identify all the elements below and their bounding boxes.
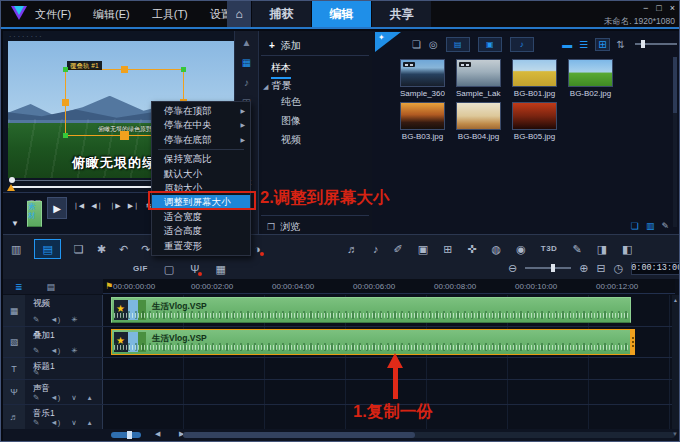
audio-category-icon[interactable]: ♪ <box>244 77 249 88</box>
play-button[interactable]: ▶ <box>47 197 67 219</box>
menu-item-4[interactable]: 默认大小 <box>152 167 250 181</box>
menu-item-8[interactable]: 适合高度 <box>152 224 250 238</box>
list-view-icon[interactable]: ▬ <box>562 39 572 50</box>
media-thumbnail[interactable] <box>400 102 445 130</box>
title-3d-icon[interactable]: T3D <box>541 241 558 257</box>
subtitle-editor-icon[interactable]: ▣ <box>418 241 428 257</box>
scroll-up-icon[interactable]: ▲ <box>242 37 252 48</box>
menu-item-1[interactable]: 编辑(E) <box>93 7 130 22</box>
timeline-clip[interactable]: ★生活Vlog.VSP <box>111 297 631 323</box>
import-disc-icon[interactable]: ◎ <box>429 39 438 50</box>
track-control-icon[interactable]: ◄) <box>50 418 60 427</box>
menu-item-9[interactable]: 重置变形 <box>152 239 250 253</box>
timeline-hscrollbar[interactable] <box>183 432 675 438</box>
track-control-icon[interactable]: ▴ <box>88 393 92 402</box>
media-category-icon[interactable]: ▦ <box>242 57 251 68</box>
minimize-button[interactable]: − <box>643 3 648 13</box>
adjustment-icon[interactable]: ◧ <box>622 241 632 257</box>
timeline-ruler[interactable]: ⚑ 00:00:00:0000:00:02:0000:00:04:0000:00… <box>103 279 675 294</box>
preview-float-icon[interactable]: ▼ <box>11 219 19 228</box>
track-control-icon[interactable]: ✳ <box>71 315 77 324</box>
resize-handle-bl[interactable] <box>63 133 68 138</box>
next-frame-icon[interactable]: ❘▶ <box>110 202 121 210</box>
project-duration-timecode[interactable]: 0:00:13:000 <box>631 262 680 275</box>
resize-handle-tr[interactable] <box>181 67 186 72</box>
go-end-icon[interactable]: ▶❘ <box>128 202 139 210</box>
timeline-vscrollbar[interactable]: ▲ <box>672 295 679 429</box>
motion-tracking-icon[interactable]: ✜ <box>467 241 476 257</box>
track-control-icon[interactable]: ✎ <box>33 368 39 377</box>
fit-project-icon[interactable]: ⊟ <box>596 260 605 276</box>
track-header[interactable]: T标题1✎ <box>3 358 103 379</box>
timeline-zoom-in-icon[interactable]: ⊕ <box>579 260 588 276</box>
scroll-left-icon[interactable]: ◀ <box>155 430 160 438</box>
filter-audio-button[interactable]: ♪ <box>510 37 534 52</box>
prev-frame-icon[interactable]: ◀❘ <box>91 202 102 210</box>
thumbnail-view-icon[interactable]: ⊞ <box>595 38 609 51</box>
media-item[interactable]: BG-B02.jpg <box>568 59 613 98</box>
copy-icon[interactable]: ❏ <box>74 241 84 257</box>
tab-0[interactable]: 捕获 <box>251 1 311 27</box>
browse-button[interactable]: ❐浏览 <box>267 220 300 234</box>
track-options-icon[interactable]: ▤ <box>47 282 56 292</box>
track-header[interactable]: Ψ声音✎◄)∨▴ <box>3 380 103 404</box>
library-panel-icon[interactable]: ❏ <box>631 221 639 231</box>
menu-item-3[interactable]: 保持宽高比 <box>152 152 250 166</box>
gif-creator-icon[interactable]: GIF <box>133 261 148 277</box>
clip-mode-label[interactable]: 素材 <box>27 201 42 227</box>
tab-2[interactable]: 共享 <box>371 1 431 27</box>
thumbnail-size-slider[interactable] <box>635 43 677 45</box>
library-subfolder-1[interactable]: 图像 <box>281 114 301 128</box>
go-start-icon[interactable]: ❘◀ <box>73 202 84 210</box>
filter-photo-button[interactable]: ▣ <box>478 37 502 52</box>
screen-record-icon[interactable]: ▢ <box>164 261 174 277</box>
resize-handle-top[interactable] <box>121 66 128 73</box>
panel-drag-handle[interactable]: ········ <box>9 33 44 40</box>
color-wheel-icon[interactable]: ◑ <box>254 241 261 257</box>
resize-handle-tl[interactable] <box>63 67 68 72</box>
duration-clock-icon[interactable]: ◷ <box>614 260 624 276</box>
track-type-icon[interactable]: Ψ <box>3 380 25 404</box>
timeline-clip[interactable]: ★生活Vlog.VSP <box>111 329 635 355</box>
clip-trim-handle[interactable] <box>630 329 635 355</box>
slider-knob[interactable] <box>641 40 645 48</box>
menu-item-0[interactable]: 文件(F) <box>35 7 71 22</box>
track-type-icon[interactable]: ♬ <box>3 405 25 429</box>
timeline-zoom-slider[interactable] <box>525 267 571 269</box>
track-type-icon[interactable]: T <box>3 358 25 379</box>
track-control-icon[interactable]: ✎ <box>33 346 39 355</box>
collage-grid-icon[interactable]: ⊞ <box>443 241 452 257</box>
track-control-icon[interactable]: ✳ <box>71 346 77 355</box>
edit-info-icon[interactable]: ✎ <box>661 221 669 231</box>
media-thumbnail[interactable] <box>568 59 613 87</box>
media-thumbnail[interactable] <box>456 102 501 130</box>
media-item[interactable]: Sample_360... <box>400 59 445 98</box>
hscroll-thumb[interactable] <box>183 432 415 438</box>
track-control-icon[interactable]: ✎ <box>33 393 39 402</box>
track-control-icon[interactable]: ✎ <box>33 315 39 324</box>
track-control-icon[interactable]: ◄) <box>50 346 60 355</box>
undo-icon[interactable]: ↶ <box>119 241 128 257</box>
resize-handle-bottom[interactable] <box>120 131 129 140</box>
media-item[interactable]: BG-B04.jpg <box>456 102 501 141</box>
menu-item-7[interactable]: 适合宽度 <box>152 210 250 224</box>
menu-item-2[interactable]: 工具(T) <box>152 7 188 22</box>
track-header[interactable]: ♬音乐1✎◄)∨▴ <box>3 405 103 429</box>
tab-1[interactable]: 编辑 <box>311 1 371 27</box>
home-tab[interactable]: ⌂ <box>227 1 251 27</box>
library-folder-sample[interactable]: 样本 <box>271 61 291 79</box>
media-thumbnail[interactable] <box>512 102 557 130</box>
pin-panel-icon[interactable]: ✦ <box>375 32 401 52</box>
track-control-icon[interactable]: ∨ <box>71 393 77 402</box>
redo-icon[interactable]: ↷ <box>141 241 150 257</box>
timeline-view-icon[interactable]: ▤ <box>34 239 60 259</box>
cue-point-icon[interactable]: ⚑ <box>105 281 113 291</box>
media-thumbnail[interactable] <box>456 59 501 87</box>
media-item[interactable]: BG-B03.jpg <box>400 102 445 141</box>
tree-expand-icon[interactable]: ◢ <box>263 83 268 90</box>
maximize-button[interactable]: □ <box>656 3 661 13</box>
track-header[interactable]: ▦视频✎◄)✳ <box>3 295 103 326</box>
track-control-icon[interactable]: ▴ <box>88 418 92 427</box>
video-360-icon[interactable]: ◉ <box>516 241 526 257</box>
track-lane[interactable]: ★生活Vlog.VSP <box>103 295 675 326</box>
